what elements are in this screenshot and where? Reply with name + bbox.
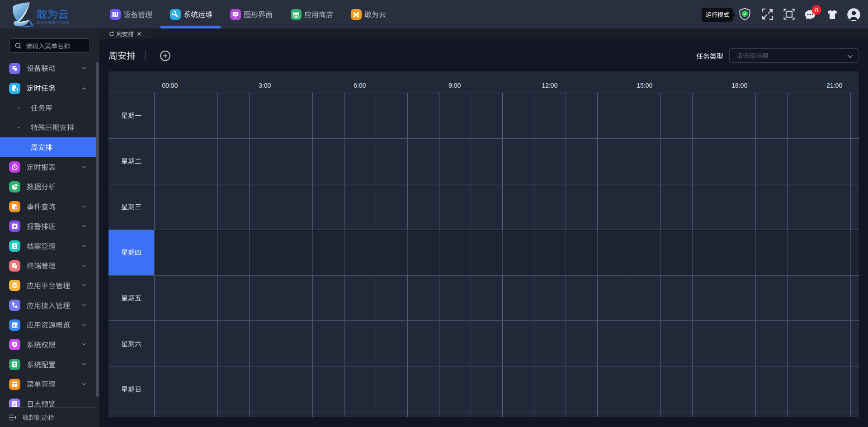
svg-text:0: 0 (815, 7, 818, 14)
